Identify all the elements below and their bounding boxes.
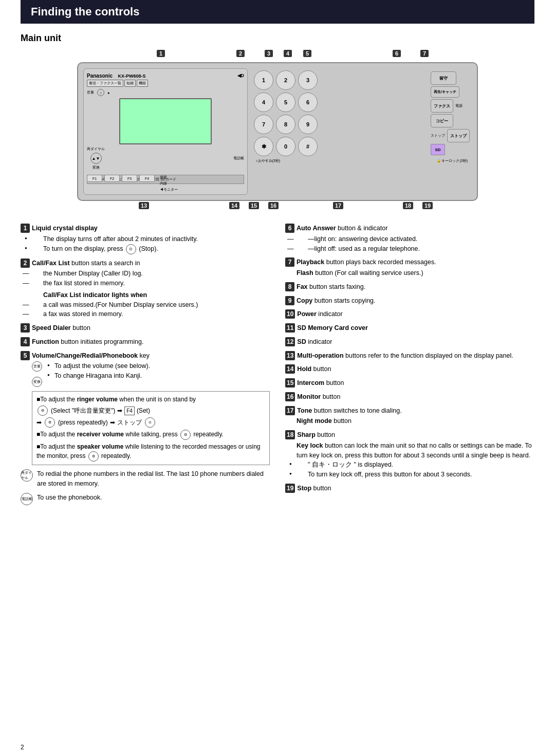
fax-row: ファクス 電源: [431, 99, 470, 113]
num-hash-btn[interactable]: #: [298, 137, 318, 156]
item-18-header: 18 Sharp button: [285, 430, 534, 440]
num-3-btn[interactable]: 3: [298, 70, 318, 90]
item-18-turnoff: To turn key lock off, press this button …: [297, 470, 534, 480]
stop-circle-icon: ⊙: [126, 244, 136, 254]
redial-icon-row: 再ダイヤル To redial the phone numbers in the…: [21, 469, 270, 489]
num-1-btn[interactable]: 1: [254, 70, 273, 90]
callout-14: 14: [229, 202, 239, 209]
volume-row: 音量 ○ ●: [87, 89, 244, 96]
copy-btn[interactable]: コピー: [431, 114, 453, 127]
item-14-block: 14 Hold button: [285, 364, 534, 374]
item-10-header: 10 Power indicator: [285, 309, 534, 319]
item-18-block: 18 Sharp button Key lock button can lock…: [285, 430, 534, 480]
receiver-icon: ⚙: [180, 430, 191, 440]
num-6-btn[interactable]: 6: [298, 93, 318, 112]
item-8-title: Fax button starts faxing.: [297, 282, 365, 292]
top-func-row: 1 2 3 4 5 6 7 8 9 ✱ 0 #: [254, 70, 470, 156]
page-header: Finding the controls: [21, 0, 534, 24]
callout-2: 2: [236, 50, 245, 57]
ringer-icon2: ⚙: [45, 417, 55, 428]
phonebook-icon: 電話帳: [21, 493, 33, 505]
item-2-indicator-header: Call/Fax List indicator lights when: [32, 290, 270, 300]
item-4-num: 4: [21, 337, 30, 346]
ringer-arrow3: ➡: [110, 418, 115, 427]
item-6-title: Auto Answer button & indicator: [297, 224, 387, 233]
num-5-btn[interactable]: 5: [276, 93, 295, 112]
item-8-block: 8 Fax button starts faxing.: [285, 282, 534, 292]
callout-3: 3: [265, 50, 273, 57]
item-11-block: 11 SD Memory Card cover: [285, 323, 534, 333]
saiseikatch-btn[interactable]: 再生/キャッチ: [431, 86, 459, 98]
tab-fax: 着信・ファクス一覧: [87, 80, 123, 87]
keylock-label: 🔒キーロック(3秒): [437, 158, 468, 163]
fax-btn[interactable]: ファクス: [431, 99, 453, 113]
num-2-btn[interactable]: 2: [276, 70, 295, 90]
ringer-select: (Select "呼出音量変更"): [51, 406, 115, 415]
callout-6: 6: [393, 50, 401, 57]
elec-tel-label: 電話帳: [233, 156, 244, 161]
ryusu-btn[interactable]: 留守: [431, 71, 456, 85]
item-9-title: Copy button starts copying.: [297, 296, 376, 306]
callout-17: 17: [333, 202, 343, 209]
right-func-col: 留守 再生/キャッチ ファクス 電源 コピー: [431, 71, 470, 155]
num-4-btn[interactable]: 4: [254, 93, 273, 112]
item-15-block: 15 Intercom button: [285, 378, 534, 388]
num-0-btn[interactable]: 0: [276, 137, 295, 156]
item-7-block: 7 Playback button plays back recorded me…: [285, 257, 534, 278]
sd-btn[interactable]: SD: [431, 144, 445, 155]
ryusu-row: 留守: [431, 71, 470, 85]
device-left-panel: Panasonic KX-PW608-S ◀D 着信・ファクス一覧 短縮 機能 …: [83, 68, 248, 195]
item-17-num: 17: [285, 406, 295, 415]
item-11-title: SD Memory Card cover: [297, 323, 368, 333]
item-7-title: Playback button plays back recorded mess…: [297, 257, 436, 267]
item-16-header: 16 Monitor button: [285, 392, 534, 402]
item-1-header: 1 Liquid crystal display: [21, 224, 270, 233]
f4-key: F4: [139, 175, 155, 182]
item-19-block: 19 Stop button: [285, 484, 534, 493]
callout-5: 5: [303, 50, 311, 57]
ringer-arrow: ➡: [117, 406, 122, 415]
ringer-volume-box: ■To adjust the ringer volume when the un…: [32, 391, 270, 465]
dengen-label: 電源: [455, 103, 462, 108]
item-5-bullets-wrap: 音量 変換 To adjust the volume (see below). …: [32, 361, 270, 387]
func-btns-vertical: 留守 再生/キャッチ ファクス 電源 コピー: [431, 71, 470, 155]
left-column: 1 Liquid crystal display The display tur…: [21, 224, 270, 505]
item-5-block: 5 Volume/Change/Redial/Phonebook key 音量 …: [21, 351, 270, 388]
item-18-displayed: " 自キ・ロック " is displayed.: [297, 460, 534, 470]
redial-text: To redial the phone numbers in the redia…: [37, 469, 270, 489]
item-6-block: 6 Auto Answer button & indicator —light …: [285, 224, 534, 253]
f3-key: F3: [122, 175, 137, 182]
fkey-row: F1 F2 F3 F4 保留内線◀モニター: [87, 175, 244, 192]
num-8-btn[interactable]: 8: [276, 115, 295, 134]
stop-btn[interactable]: ストップ: [447, 129, 470, 142]
item-2-dash-1: the Number Display (Caller ID) log.: [32, 269, 270, 279]
item-9-block: 9 Copy button starts copying.: [285, 296, 534, 306]
item-18-keylock: Key lock button can lock the main unit s…: [285, 441, 534, 460]
item-2-num: 2: [21, 259, 30, 268]
item-5-num: 5: [21, 351, 30, 360]
phonebook-icon-row: 電話帳 To use the phonebook.: [21, 493, 270, 505]
item-2-block: 2 Call/Fax List button starts a search i…: [21, 259, 270, 320]
item-13-title: Multi-operation buttons refer to the fun…: [297, 351, 513, 361]
ringer-line1: ■To adjust the ringer volume when the un…: [36, 395, 265, 404]
item-18-title: Sharp button: [297, 430, 335, 440]
num-9-btn[interactable]: 9: [298, 115, 318, 134]
num-7-btn[interactable]: 7: [254, 115, 273, 134]
item-10-block: 10 Power indicator: [285, 309, 534, 319]
item-7-header: 7 Playback button plays back recorded me…: [285, 257, 534, 267]
item-6-dash-1: —light on: answering device activated.: [297, 234, 534, 244]
page-number: 2: [21, 744, 24, 751]
item-3-header: 3 Speed Dialer button: [21, 323, 270, 333]
num-star-btn[interactable]: ✱: [254, 137, 273, 156]
item-2-title: Call/Fax List button starts a search in: [32, 259, 140, 268]
speaker-icon: ⚙: [88, 451, 99, 462]
item-2-header: 2 Call/Fax List button starts a search i…: [21, 259, 270, 268]
item-12-num: 12: [285, 337, 295, 346]
item-7-num: 7: [285, 257, 294, 267]
device-body: Panasonic KX-PW608-S ◀D 着信・ファクス一覧 短縮 機能 …: [77, 62, 478, 201]
item-17-night: Night mode button: [285, 416, 534, 426]
item-12-title: SD indicator: [297, 337, 332, 347]
item-16-num: 16: [285, 392, 295, 401]
tab-func: 機能: [137, 80, 148, 87]
item-4-title: Function button initiates programming.: [32, 337, 143, 347]
